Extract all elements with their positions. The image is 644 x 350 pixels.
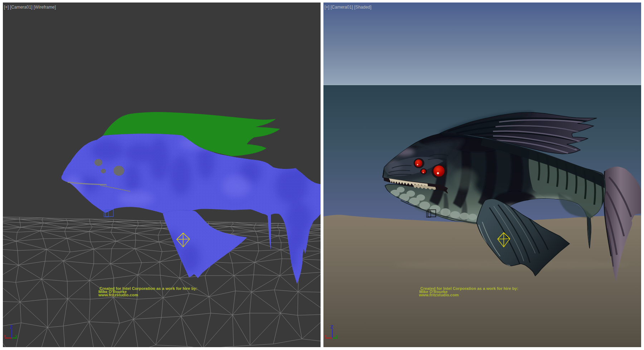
svg-text:www.fritzstudio.com: www.fritzstudio.com: [98, 293, 138, 297]
svg-text:y: y: [15, 334, 18, 338]
svg-text:[+] [Camera01] [Shaded]: [+] [Camera01] [Shaded]: [325, 5, 371, 10]
svg-text:x: x: [4, 334, 6, 338]
svg-text:[+] [Camera01] [Wireframe]: [+] [Camera01] [Wireframe]: [4, 5, 56, 10]
svg-text:Z: Z: [331, 325, 333, 330]
svg-text:y: y: [336, 334, 338, 338]
svg-text:Z: Z: [10, 325, 13, 330]
svg-text:www.fritzstudio.com: www.fritzstudio.com: [419, 293, 459, 297]
svg-text:x: x: [325, 334, 327, 338]
